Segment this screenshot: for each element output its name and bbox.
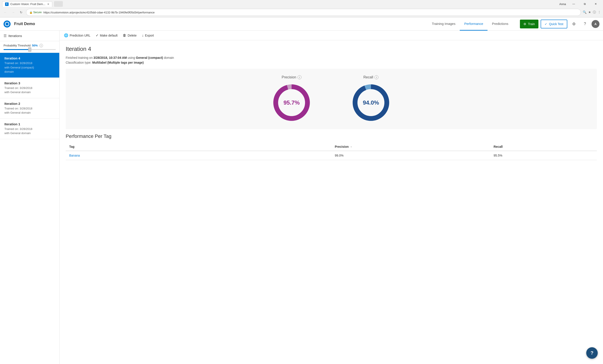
col-tag: Tag <box>66 143 331 151</box>
delete-button[interactable]: 🗑 Delete <box>123 33 136 37</box>
search-icon[interactable]: 🔍 <box>583 10 586 14</box>
iteration-4-title: Iteration 4 <box>4 56 55 60</box>
make-default-label: Make default <box>100 34 117 37</box>
export-label: Export <box>145 34 154 37</box>
checkmark-default-icon: ✓ <box>96 33 99 37</box>
make-default-button[interactable]: ✓ Make default <box>96 33 117 37</box>
iteration-4-subtitle: Trained on: 3/28/2018with General (compa… <box>4 61 55 74</box>
secure-badge: 🔒 Secure <box>29 11 42 14</box>
minimize-button[interactable]: — <box>569 1 579 7</box>
tab-title: Custom Vision: Fruit Dem... <box>10 2 46 6</box>
gear-icon: ⚙ <box>523 22 526 26</box>
globe-icon: 🌐 <box>64 33 68 37</box>
iteration-1-title: Iteration 1 <box>4 122 55 126</box>
back-button[interactable]: ← <box>2 9 8 15</box>
iteration-3-title: Iteration 3 <box>4 81 55 85</box>
iteration-3-subtitle: Trained on: 3/28/2018with General domain <box>4 86 55 94</box>
sidebar-title: Iterations <box>8 34 22 38</box>
banana-recall: 95.5% <box>490 151 597 160</box>
slider-track <box>3 49 56 50</box>
content-body: Iteration 4 Finished training on 3/28/20… <box>59 40 603 165</box>
app-logo <box>3 21 11 28</box>
nav-performance[interactable]: Performance <box>460 17 487 31</box>
new-tab-area <box>54 1 63 7</box>
sort-precision-icon[interactable]: ↑ <box>350 145 352 148</box>
iteration-item-1[interactable]: Iteration 1 Trained on: 3/28/2018with Ge… <box>0 119 59 139</box>
export-button[interactable]: ↓ Export <box>142 33 154 37</box>
main-layout: ☰ Iterations Probability Threshold: 50% … <box>0 31 603 364</box>
training-info: Finished training on 3/28/2018, 10:37:04… <box>66 56 597 59</box>
browser-addressbar: ← → ↻ 🔒 Secure https://customvision.ai/p… <box>0 8 603 17</box>
iteration-item-4[interactable]: Iteration 4 Trained on: 3/28/2018with Ge… <box>0 53 59 78</box>
iteration-2-subtitle: Trained on: 3/28/2018with General domain <box>4 106 55 115</box>
charts-section: Precision i 95.7% <box>66 69 597 129</box>
header-nav: Training Images Performance Predictions <box>427 17 513 31</box>
iteration-item-3[interactable]: Iteration 3 Trained on: 3/28/2018with Ge… <box>0 78 59 98</box>
avatar[interactable]: A <box>591 20 600 28</box>
delete-label: Delete <box>128 34 136 37</box>
tab-close-btn[interactable]: ✕ <box>47 3 49 6</box>
forward-button[interactable]: → <box>10 9 16 15</box>
iterations-icon: ☰ <box>3 34 7 38</box>
sidebar: ☰ Iterations Probability Threshold: 50% … <box>0 31 59 364</box>
train-button-label: Train <box>528 22 535 26</box>
export-icon: ↓ <box>142 33 144 37</box>
prediction-url-label: Prediction URL <box>70 34 90 37</box>
quicktest-button[interactable]: ✓ Quick Test <box>541 20 567 28</box>
browser-tab[interactable]: C Custom Vision: Fruit Dem... ✕ <box>2 1 52 7</box>
iteration-heading: Iteration 4 <box>66 45 597 52</box>
slider-fill <box>3 49 30 50</box>
slider-thumb[interactable] <box>28 47 31 52</box>
prob-threshold-value: 50% <box>32 44 38 47</box>
quicktest-button-label: Quick Test <box>549 22 563 26</box>
header-actions: ⚙ Train ✓ Quick Test ⚙ ? A <box>520 20 600 28</box>
app-title: Fruit Demo <box>14 22 35 26</box>
recall-info-icon[interactable]: i <box>374 75 378 79</box>
iteration-1-subtitle: Trained on: 3/28/2018with General domain <box>4 127 55 135</box>
iteration-2-title: Iteration 2 <box>4 102 55 105</box>
threshold-info-icon[interactable]: i <box>39 44 43 47</box>
tab-favicon: C <box>5 2 9 6</box>
url-text[interactable]: https://customvision.ai/projects/ec4105d… <box>43 11 578 14</box>
sidebar-scroll: Iteration 4 Trained on: 3/28/2018with Ge… <box>0 53 59 364</box>
iteration-item-2[interactable]: Iteration 2 Trained on: 3/28/2018with Ge… <box>0 98 59 119</box>
info-icon[interactable]: ⓘ <box>593 10 596 14</box>
checkmark-icon: ✓ <box>545 22 547 26</box>
recall-chart-container: Recall i 94.0% <box>336 75 406 122</box>
precision-value: 95.7% <box>283 99 300 106</box>
probability-slider-container <box>3 49 56 50</box>
refresh-button[interactable]: ↻ <box>18 9 24 15</box>
probability-threshold-section: Probability Threshold: 50% i <box>0 41 59 53</box>
help-header-button[interactable]: ? <box>580 20 589 28</box>
precision-donut-chart: 95.7% <box>272 83 312 122</box>
settings-button[interactable]: ⚙ <box>569 20 578 28</box>
recall-donut-chart: 94.0% <box>351 83 391 122</box>
recall-value: 94.0% <box>363 99 379 106</box>
help-button[interactable]: ? <box>586 347 598 359</box>
window-controls: Anna — ⧉ ✕ <box>559 1 601 7</box>
restore-button[interactable]: ⧉ <box>580 1 590 7</box>
user-name: Anna <box>559 2 566 6</box>
bookmark-icon[interactable]: ★ <box>588 10 591 14</box>
perf-per-tag-title: Performance Per Tag <box>66 133 597 139</box>
precision-chart-container: Precision i 95.7% <box>256 75 327 122</box>
close-button[interactable]: ✕ <box>591 1 601 7</box>
lock-icon: 🔒 <box>29 11 33 14</box>
precision-info-icon[interactable]: i <box>298 75 302 79</box>
classification-info: Classification type: Multilabel (Multipl… <box>66 61 597 64</box>
col-precision: Precision ↑ <box>331 143 490 151</box>
prediction-url-button[interactable]: 🌐 Prediction URL <box>64 33 90 37</box>
performance-table: Tag Precision ↑ Recall Banana 99.0% <box>66 143 597 160</box>
train-button[interactable]: ⚙ Train <box>520 20 538 28</box>
banana-link[interactable]: Banana <box>69 154 80 157</box>
precision-label: Precision i <box>282 75 302 79</box>
address-bar[interactable]: 🔒 Secure https://customvision.ai/project… <box>26 9 581 16</box>
recall-label: Recall i <box>363 75 378 79</box>
browser-chrome: C Custom Vision: Fruit Dem... ✕ Anna — ⧉… <box>0 0 603 17</box>
menu-icon[interactable]: ⋮ <box>598 10 601 14</box>
content-area: 🌐 Prediction URL ✓ Make default 🗑 Delete… <box>59 31 603 364</box>
nav-predictions[interactable]: Predictions <box>487 17 513 31</box>
sidebar-header: ☰ Iterations <box>0 31 59 41</box>
app-header: Fruit Demo Training Images Performance P… <box>0 17 603 31</box>
nav-training-images[interactable]: Training Images <box>427 17 460 31</box>
